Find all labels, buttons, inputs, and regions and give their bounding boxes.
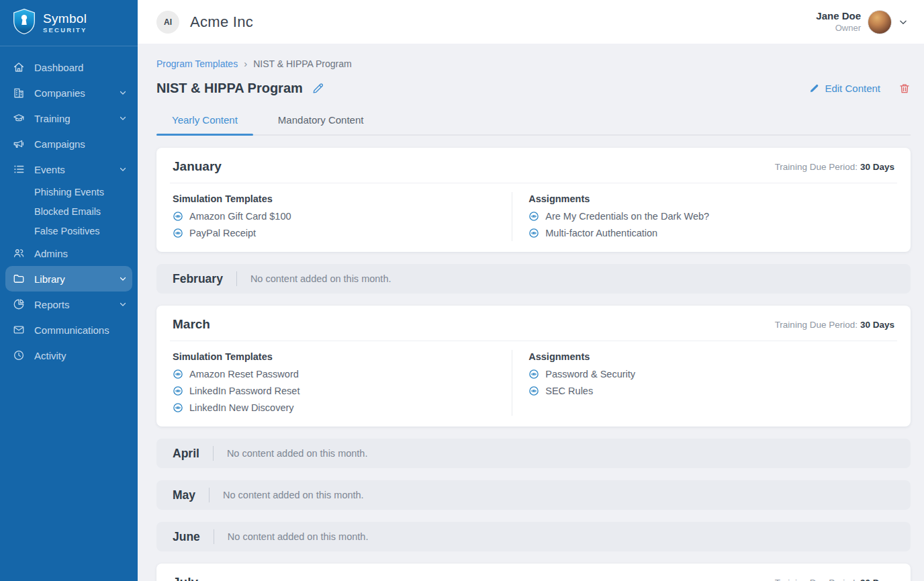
- item-label: PayPal Receipt: [189, 228, 256, 238]
- chevron-down-icon: [119, 275, 127, 283]
- month-card-march: March Training Due Period:30 Days Simula…: [156, 306, 911, 427]
- sidebar-item-blocked-emails[interactable]: Blocked Emails: [0, 202, 138, 221]
- edit-title-pencil-icon[interactable]: [312, 82, 324, 95]
- vertical-divider: [213, 446, 214, 461]
- chevron-down-icon: [119, 114, 127, 122]
- user-menu[interactable]: Jane Doe Owner: [816, 10, 908, 34]
- month-title: March: [173, 317, 210, 332]
- month-row-may: May No content added on this month.: [156, 480, 911, 510]
- people-icon: [12, 247, 26, 260]
- month-row-april: April No content added on this month.: [156, 439, 911, 468]
- sidebar-item-companies[interactable]: Companies: [0, 80, 138, 105]
- sidebar-item-admins[interactable]: Admins: [0, 240, 138, 266]
- item-label: Amazon Gift Card $100: [189, 211, 291, 222]
- assignment-item: Password & Security: [528, 365, 894, 382]
- home-icon: [12, 60, 26, 74]
- eye-icon[interactable]: [173, 386, 183, 396]
- simulation-templates-column: Simulation Templates Amazon Gift Card $1…: [173, 192, 512, 241]
- sidebar-item-label: Companies: [34, 87, 85, 99]
- month-title: January: [173, 159, 222, 174]
- column-title: Assignments: [528, 351, 894, 362]
- sidebar: Symbol SECURITY Dashboard Companies Trai…: [0, 0, 138, 581]
- sidebar-item-dashboard[interactable]: Dashboard: [0, 54, 138, 80]
- sidebar-item-events[interactable]: Events: [0, 157, 138, 182]
- eye-icon[interactable]: [173, 369, 183, 379]
- brand-subname: SECURITY: [43, 27, 87, 34]
- sidebar-item-label: Campaigns: [34, 138, 85, 150]
- template-item: LinkedIn New Discovery: [173, 399, 512, 416]
- training-due-period: Training Due Period:30 Days: [775, 578, 894, 581]
- megaphone-icon: [12, 137, 26, 150]
- company-name: Acme Inc: [190, 13, 253, 31]
- edit-content-button[interactable]: Edit Content: [809, 83, 880, 94]
- eye-icon[interactable]: [173, 402, 183, 413]
- month-card-january: January Training Due Period:30 Days Simu…: [156, 148, 911, 252]
- sidebar-item-label: Events: [34, 164, 65, 175]
- tab-mandatory-content[interactable]: Mandatory Content: [263, 114, 379, 134]
- item-label: SEC Rules: [545, 386, 593, 396]
- eye-icon[interactable]: [173, 228, 183, 238]
- list-icon: [12, 163, 26, 176]
- folder-icon: [12, 272, 26, 285]
- pencil-icon: [809, 83, 819, 93]
- template-item: Amazon Reset Password: [173, 365, 512, 382]
- edit-content-label: Edit Content: [825, 83, 880, 94]
- sidebar-item-label: Phishing Events: [34, 187, 104, 197]
- item-label: LinkedIn Password Reset: [189, 386, 299, 396]
- sidebar-item-phishing-events[interactable]: Phishing Events: [0, 182, 138, 202]
- breadcrumb-current: NIST & HIPPA Program: [253, 58, 352, 69]
- graduation-cap-icon: [12, 111, 26, 125]
- vertical-divider: [209, 488, 210, 502]
- assignment-item: Are My Credentials on the Dark Web?: [528, 208, 894, 224]
- sidebar-item-label: False Positives: [34, 226, 100, 236]
- app-logo[interactable]: Symbol SECURITY: [0, 0, 138, 44]
- chevron-down-icon: [119, 165, 127, 173]
- sidebar-item-reports[interactable]: Reports: [0, 292, 138, 317]
- no-content-text: No content added on this month.: [227, 448, 368, 459]
- column-title: Simulation Templates: [173, 193, 512, 204]
- sidebar-item-training[interactable]: Training: [0, 105, 138, 131]
- user-name: Jane Doe: [816, 10, 861, 23]
- assignments-column: Assignments Are My Credentials on the Da…: [512, 192, 894, 241]
- sidebar-item-communications[interactable]: Communications: [0, 317, 138, 343]
- page-content: Program Templates › NIST & HIPPA Program…: [138, 44, 924, 581]
- sidebar-item-label: Library: [34, 273, 65, 285]
- assignment-item: SEC Rules: [528, 382, 894, 399]
- breadcrumb-program-templates[interactable]: Program Templates: [156, 58, 238, 69]
- tab-yearly-content[interactable]: Yearly Content: [156, 114, 253, 134]
- title-row: NIST & HIPPA Program Edit Content: [156, 81, 911, 96]
- eye-icon[interactable]: [173, 211, 183, 222]
- vertical-divider: [236, 271, 237, 286]
- eye-icon[interactable]: [528, 211, 539, 222]
- sidebar-item-activity[interactable]: Activity: [0, 343, 138, 368]
- eye-icon[interactable]: [528, 386, 539, 396]
- sidebar-item-false-positives[interactable]: False Positives: [0, 221, 138, 240]
- simulation-templates-column: Simulation Templates Amazon Reset Passwo…: [173, 350, 512, 416]
- logo-shield-icon: [12, 8, 36, 38]
- envelope-icon: [12, 323, 26, 337]
- month-card-july: July Training Due Period:30 Days Simulat…: [156, 564, 911, 581]
- sidebar-item-library[interactable]: Library: [5, 266, 132, 292]
- breadcrumb: Program Templates › NIST & HIPPA Program: [156, 58, 911, 69]
- eye-icon[interactable]: [528, 369, 539, 379]
- eye-icon[interactable]: [528, 228, 539, 238]
- buildings-icon: [12, 86, 26, 99]
- assignment-item: Multi-factor Authentication: [528, 224, 894, 241]
- assignments-column: Assignments Password & Security SEC Rule…: [512, 350, 894, 416]
- item-label: Multi-factor Authentication: [545, 228, 657, 238]
- sidebar-divider: [0, 46, 138, 46]
- month-title: February: [173, 272, 223, 286]
- chevron-down-icon: [898, 17, 908, 27]
- page-title: NIST & HIPPA Program: [156, 81, 303, 96]
- delete-program-trash-icon[interactable]: [898, 83, 911, 95]
- no-content-text: No content added on this month.: [228, 531, 369, 542]
- column-title: Simulation Templates: [173, 351, 512, 362]
- month-title: June: [173, 530, 200, 544]
- training-due-period: Training Due Period:30 Days: [775, 162, 894, 172]
- month-title: April: [173, 447, 199, 461]
- sidebar-item-campaigns[interactable]: Campaigns: [0, 131, 138, 157]
- sidebar-item-label: Reports: [34, 299, 70, 310]
- vertical-divider: [214, 529, 214, 544]
- training-due-period: Training Due Period:30 Days: [775, 320, 894, 330]
- month-row-february: February No content added on this month.: [156, 264, 911, 294]
